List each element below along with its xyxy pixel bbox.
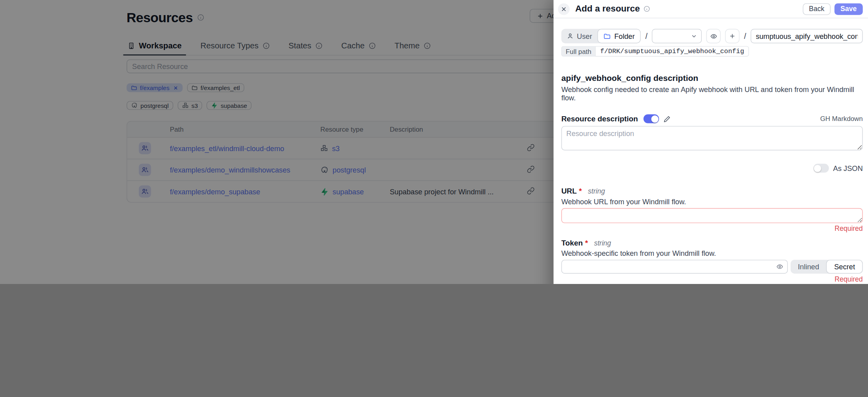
schema-description: Webhook config needed to create an Apify…: [561, 86, 863, 102]
token-mode-toggle: Inlined Secret: [791, 260, 863, 274]
full-path-label: Full path: [561, 46, 595, 57]
token-required-error: Required: [561, 275, 863, 283]
token-mode-secret[interactable]: Secret: [826, 260, 863, 274]
url-field-help: Webhook URL from your Windmill flow.: [561, 198, 863, 206]
close-icon: [561, 6, 567, 12]
token-input[interactable]: [561, 260, 788, 274]
eye-icon[interactable]: [776, 263, 784, 270]
full-path-group: Full path f/DRK/sumptuous_apify_webhook_…: [561, 46, 749, 57]
resource-name-input[interactable]: [751, 29, 863, 43]
required-mark: *: [579, 187, 582, 196]
owner-kind-label: User: [577, 32, 592, 40]
pencil-icon[interactable]: [663, 115, 670, 122]
path-separator: /: [744, 32, 746, 40]
user-icon: [567, 33, 574, 40]
owner-kind-toggle: User Folder: [561, 29, 641, 43]
token-field-label: Token: [561, 239, 583, 247]
token-row: Inlined Secret: [561, 260, 863, 274]
as-json-toggle[interactable]: [813, 164, 829, 173]
eye-icon: [710, 33, 717, 40]
back-button[interactable]: Back: [803, 3, 831, 15]
resource-description-label: Resource description: [561, 115, 638, 123]
markdown-hint: GH Markdown: [820, 115, 862, 123]
app-window: Resources Add Workspace: [0, 0, 868, 284]
as-json-row: As JSON: [561, 164, 863, 173]
owner-kind-user[interactable]: User: [561, 29, 598, 43]
full-path-value: f/DRK/sumptuous_apify_webhook_config: [595, 46, 749, 57]
plus-icon: [729, 33, 736, 40]
path-picker: User Folder /: [561, 29, 863, 43]
resource-description-textarea[interactable]: [561, 126, 863, 151]
folder-icon: [604, 33, 611, 40]
owner-kind-folder[interactable]: Folder: [597, 29, 641, 43]
info-icon[interactable]: [644, 6, 651, 12]
close-drawer-button[interactable]: [558, 3, 569, 15]
url-field-label: URL: [561, 187, 577, 196]
drawer-title: Add a resource: [575, 4, 640, 14]
save-button[interactable]: Save: [834, 3, 863, 15]
description-toggle[interactable]: [643, 114, 659, 123]
token-field-label-row: Token* string: [561, 239, 863, 247]
url-required-error: Required: [561, 225, 863, 233]
new-folder-button[interactable]: [725, 29, 739, 43]
url-field-type: string: [588, 188, 605, 196]
token-field-help: Webhook-specific token from your Windmil…: [561, 249, 863, 257]
add-resource-drawer: Add a resource Back Save User: [553, 0, 868, 284]
chevron-down-icon: [691, 33, 697, 40]
as-json-label: As JSON: [833, 164, 863, 173]
token-field-type: string: [594, 239, 611, 247]
path-separator: /: [645, 32, 647, 40]
schema-heading: apify_webhook_config description: [561, 73, 863, 83]
url-field-label-row: URL* string: [561, 187, 863, 196]
required-mark: *: [585, 239, 588, 247]
owner-kind-label: Folder: [614, 32, 635, 40]
view-folder-button[interactable]: [706, 29, 720, 43]
drawer-header: Add a resource Back Save: [553, 0, 868, 18]
resource-description-row: Resource description GH Markdown: [561, 114, 863, 123]
url-input[interactable]: [561, 208, 863, 223]
folder-select[interactable]: [652, 29, 702, 43]
token-mode-inlined[interactable]: Inlined: [791, 260, 826, 274]
